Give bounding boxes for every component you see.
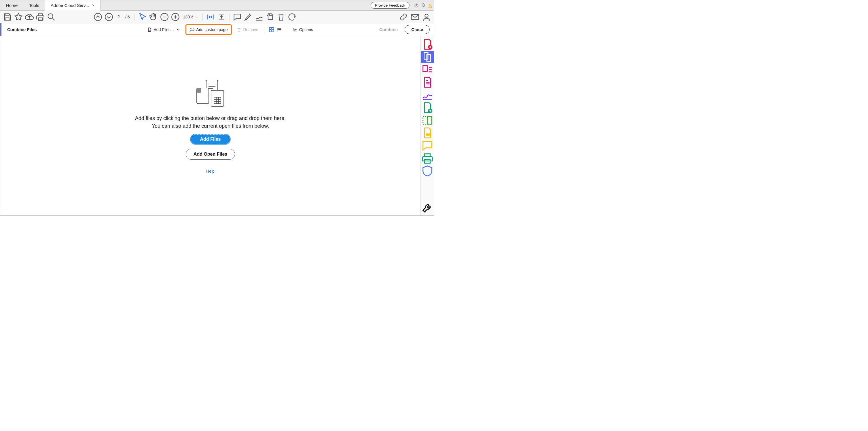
rail-export-icon[interactable] xyxy=(421,76,434,88)
close-button[interactable]: Close xyxy=(405,25,430,34)
rotate-icon[interactable] xyxy=(287,12,297,22)
zoom-out-icon[interactable] xyxy=(159,12,169,22)
comment-icon[interactable] xyxy=(232,12,242,22)
svg-rect-21 xyxy=(211,90,224,106)
rail-organize-icon[interactable] xyxy=(421,64,434,76)
rail-more-tools-icon[interactable] xyxy=(421,203,434,215)
add-open-files-button[interactable]: Add Open Files xyxy=(186,149,235,160)
print-icon[interactable] xyxy=(35,12,45,22)
tab-home[interactable]: Home xyxy=(0,0,23,10)
help-link[interactable]: Help xyxy=(206,169,215,173)
svg-rect-20 xyxy=(197,88,201,93)
svg-point-1 xyxy=(429,4,431,5)
main-toolbar: / 6 130% xyxy=(0,11,434,23)
sign-icon[interactable] xyxy=(254,12,264,22)
svg-point-17 xyxy=(294,29,296,30)
highlight-icon[interactable] xyxy=(243,12,253,22)
svg-point-14 xyxy=(277,28,278,29)
tool-rail xyxy=(421,36,434,215)
add-files-button[interactable]: Add Files xyxy=(190,134,230,145)
bell-icon[interactable] xyxy=(420,0,427,10)
zoom-in-icon[interactable] xyxy=(170,12,180,22)
svg-rect-27 xyxy=(427,117,432,124)
fit-width-icon[interactable] xyxy=(206,12,215,22)
illustration-icon xyxy=(190,78,231,110)
combine-button: Combine xyxy=(374,25,403,34)
page-down-icon[interactable] xyxy=(104,12,114,22)
tab-label: Tools xyxy=(29,3,39,8)
rail-print-icon[interactable] xyxy=(421,152,434,164)
rail-redact-icon[interactable] xyxy=(421,127,434,139)
tab-label: Home xyxy=(6,3,18,8)
page-count: / 6 xyxy=(124,15,132,19)
provide-feedback-button[interactable]: Provide Feedback xyxy=(371,2,409,9)
remove-button: Remove xyxy=(234,25,261,34)
remove-label: Remove xyxy=(243,27,258,32)
trash-icon[interactable] xyxy=(276,12,286,22)
svg-rect-13 xyxy=(272,30,274,31)
page-number-input[interactable] xyxy=(115,14,122,19)
tab-tools[interactable]: Tools xyxy=(23,0,45,10)
account-icon[interactable] xyxy=(422,12,431,22)
close-icon[interactable]: ✕ xyxy=(92,3,95,7)
page-up-icon[interactable] xyxy=(93,12,103,22)
add-custom-page-label: Add custom page xyxy=(196,27,228,32)
svg-point-3 xyxy=(94,13,102,21)
svg-point-8 xyxy=(425,14,428,17)
combine-title: Combine Files xyxy=(7,27,37,32)
profile-icon[interactable] xyxy=(427,0,434,10)
help-icon[interactable] xyxy=(413,0,420,10)
add-custom-page-button[interactable]: Add custom page xyxy=(185,24,232,35)
star-icon[interactable] xyxy=(13,12,23,22)
tab-label: Adobe Cloud Serv... xyxy=(51,3,89,8)
accent-bar xyxy=(0,23,1,36)
selection-tool-icon[interactable] xyxy=(138,12,148,22)
instruction-line1: Add files by clicking the button below o… xyxy=(135,114,286,122)
hand-tool-icon[interactable] xyxy=(149,12,158,22)
cloud-upload-icon[interactable] xyxy=(25,12,34,22)
svg-rect-24 xyxy=(423,66,427,71)
svg-rect-11 xyxy=(272,27,274,29)
instruction-text: Add files by clicking the button below o… xyxy=(135,114,286,130)
mail-icon[interactable] xyxy=(410,12,420,22)
svg-point-15 xyxy=(277,29,278,30)
zoom-value: 130% xyxy=(183,15,193,19)
list-view-icon[interactable] xyxy=(276,27,282,33)
content-wrap: Add files by clicking the button below o… xyxy=(0,36,434,215)
save-icon[interactable] xyxy=(3,12,12,22)
canvas-dropzone[interactable]: Add files by clicking the button below o… xyxy=(0,36,421,215)
svg-rect-7 xyxy=(411,14,419,19)
link-icon[interactable] xyxy=(399,12,408,22)
instruction-line2: You can also add the current open files … xyxy=(135,122,286,130)
options-button[interactable]: Options xyxy=(289,25,316,34)
add-files-label: Add Files... xyxy=(154,27,174,32)
rail-comment-icon[interactable] xyxy=(421,139,434,152)
tab-document[interactable]: Adobe Cloud Serv... ✕ xyxy=(45,0,100,11)
svg-point-2 xyxy=(48,13,53,19)
rail-sign-icon[interactable] xyxy=(421,89,434,101)
svg-point-16 xyxy=(277,31,278,31)
options-label: Options xyxy=(299,27,313,32)
combine-toolbar: Combine Files Add Files... Add custom pa… xyxy=(0,23,434,36)
svg-rect-10 xyxy=(269,27,271,29)
rail-protect-icon[interactable] xyxy=(421,165,434,177)
grid-view-icon[interactable] xyxy=(269,27,275,33)
add-files-dropdown[interactable]: Add Files... xyxy=(144,25,184,34)
svg-point-4 xyxy=(105,13,113,21)
rail-edit-icon[interactable] xyxy=(421,102,434,114)
tabstrip: Home Tools Adobe Cloud Serv... ✕ Provide… xyxy=(0,0,434,11)
rail-combine-icon[interactable] xyxy=(421,51,434,63)
stamp-icon[interactable] xyxy=(265,12,275,22)
svg-rect-26 xyxy=(423,117,427,124)
svg-rect-12 xyxy=(269,30,271,31)
rail-create-pdf-icon[interactable] xyxy=(421,38,434,51)
zoom-select[interactable]: 130% xyxy=(181,15,200,19)
svg-rect-28 xyxy=(426,133,430,136)
fit-page-icon[interactable] xyxy=(217,12,226,22)
search-icon[interactable] xyxy=(46,12,56,22)
rail-compare-icon[interactable] xyxy=(421,114,434,126)
